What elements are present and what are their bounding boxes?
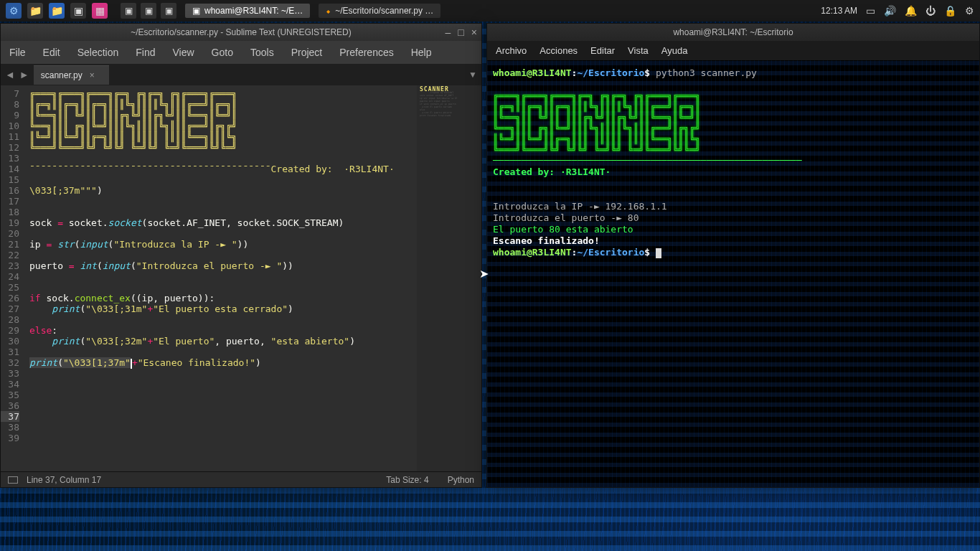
sublime-small-icon: ⬥ <box>326 6 331 16</box>
terminal-body[interactable]: whoami@R3LI4NT:~/Escritorio$ python3 sca… <box>487 60 979 487</box>
menu-file[interactable]: File <box>4 45 32 60</box>
sublime-title: ~/Escritorio/scanner.py - Sublime Text (… <box>131 27 352 37</box>
taskbar-entry-terminal[interactable]: ▣ whoami@R3LI4NT: ~/E… <box>185 4 310 18</box>
ascii-banner: ╔═══╗╔═══╗╔═══╗╔═╗ ╔╗╔═╗ ╔╗╔═══╗╔═══╗ ║╔… <box>29 88 417 153</box>
maximize-button[interactable]: □ <box>458 27 463 38</box>
term-menu-archivo[interactable]: Archivo <box>496 45 527 56</box>
menu-edit[interactable]: Edit <box>37 45 66 60</box>
tab-nav-right[interactable]: ► <box>19 69 29 80</box>
tab-scanner[interactable]: scanner.py × <box>34 65 109 85</box>
output-line: Escaneo finalizado! <box>493 235 600 246</box>
task-indicator[interactable]: ▣ <box>121 3 136 19</box>
terminal-window: whoami@R3LI4NT: ~/Escritorio Archivo Acc… <box>486 23 980 488</box>
minimap[interactable]: SCANNER ········created by R3LI4NT sock … <box>417 85 481 471</box>
terminal-menubar: Archivo Acciones Editar Vista Ayuda <box>487 41 979 60</box>
editor-area: 7891011121314151617181920212223242526272… <box>1 85 481 471</box>
volume-icon[interactable]: 🔊 <box>884 5 896 17</box>
output-line: Introduzca la IP -► 192.168.1.1 <box>493 201 667 212</box>
taskbar-launchers: ⚙ 📁 📁 ▣ ▦ <box>6 3 108 19</box>
menu-help[interactable]: Help <box>405 45 438 60</box>
system-tray: 12:13 AM ▭ 🔊 🔔 ⏻ 🔒 ⚙ <box>821 5 974 17</box>
terminal-small-icon: ▣ <box>192 6 200 16</box>
tab-bar: ◄ ► scanner.py × ▼ <box>1 64 481 85</box>
menu-preferences[interactable]: Preferences <box>334 45 399 60</box>
output-line: Introduzca el puerto -► 80 <box>493 212 639 223</box>
output-line: El puerto 80 esta abierto <box>493 224 633 235</box>
task-indicator[interactable]: ▣ <box>161 3 176 19</box>
taskbar: ⚙ 📁 📁 ▣ ▦ ▣ ▣ ▣ ▣ whoami@R3LI4NT: ~/E… ⬥… <box>0 0 980 22</box>
clock[interactable]: 12:13 AM <box>821 6 857 16</box>
taskbar-entry-sublime[interactable]: ⬥ ~/Escritorio/scanner.py … <box>319 4 440 18</box>
settings-icon[interactable]: ⚙ <box>965 5 974 17</box>
folder-icon[interactable]: 📁 <box>27 3 43 19</box>
menu-goto[interactable]: Goto <box>206 45 239 60</box>
close-button[interactable]: × <box>471 27 477 38</box>
taskbar-entry-label: ~/Escritorio/scanner.py … <box>335 6 433 16</box>
sublime-titlebar[interactable]: ~/Escritorio/scanner.py - Sublime Text (… <box>1 24 481 41</box>
kali-menu-icon[interactable]: ⚙ <box>6 3 22 19</box>
terminal-icon[interactable]: ▣ <box>70 3 86 19</box>
menu-tools[interactable]: Tools <box>245 45 280 60</box>
status-cursor[interactable]: Line 37, Column 17 <box>27 475 101 485</box>
task-indicators: ▣ ▣ ▣ <box>121 3 176 19</box>
terminal-titlebar[interactable]: whoami@R3LI4NT: ~/Escritorio <box>487 24 979 41</box>
menu-selection[interactable]: Selection <box>72 45 125 60</box>
sublime-menubar: File Edit Selection Find View Goto Tools… <box>1 41 481 64</box>
terminal-cursor <box>656 248 661 258</box>
sublime-window: ~/Escritorio/scanner.py - Sublime Text (… <box>0 23 482 488</box>
lock-icon[interactable]: 🔒 <box>944 5 956 17</box>
menu-view[interactable]: View <box>167 45 200 60</box>
tab-close-icon[interactable]: × <box>90 70 95 80</box>
terminal-title: whoami@R3LI4NT: ~/Escritorio <box>673 27 793 37</box>
power-icon[interactable]: ⏻ <box>925 5 936 17</box>
term-menu-vista[interactable]: Vista <box>628 45 649 56</box>
tab-label: scanner.py <box>41 70 83 80</box>
menu-find[interactable]: Find <box>130 45 161 60</box>
code-editor[interactable]: ╔═══╗╔═══╗╔═══╗╔═╗ ╔╗╔═╗ ╔╗╔═══╗╔═══╗ ║╔… <box>22 85 417 471</box>
taskbar-entry-label: whoami@R3LI4NT: ~/E… <box>204 6 303 16</box>
workspace-icon[interactable]: ▭ <box>866 5 875 17</box>
term-menu-editar[interactable]: Editar <box>590 45 615 56</box>
line-gutter[interactable]: 7891011121314151617181920212223242526272… <box>1 85 22 471</box>
term-menu-acciones[interactable]: Acciones <box>540 45 578 56</box>
task-indicator[interactable]: ▣ <box>141 3 156 19</box>
app-icon[interactable]: ▦ <box>92 3 108 19</box>
minimize-button[interactable]: – <box>446 27 451 38</box>
folder-blue-icon[interactable]: 📁 <box>49 3 65 19</box>
status-bar: Line 37, Column 17 Tab Size: 4 Python <box>1 471 481 487</box>
status-language[interactable]: Python <box>448 475 474 485</box>
menu-project[interactable]: Project <box>286 45 329 60</box>
ascii-banner-term: ╔═══╗╔═══╗╔═══╗╔═╗ ╔╗╔═╗ ╔╗╔═══╗╔═══╗ ║╔… <box>493 90 974 155</box>
notification-icon[interactable]: 🔔 <box>905 5 917 17</box>
status-tabsize[interactable]: Tab Size: 4 <box>386 475 428 485</box>
term-menu-ayuda[interactable]: Ayuda <box>661 45 688 56</box>
tab-dropdown-icon[interactable]: ▼ <box>468 70 477 80</box>
panel-icon[interactable] <box>8 476 18 484</box>
tab-nav-left[interactable]: ◄ <box>5 69 15 80</box>
